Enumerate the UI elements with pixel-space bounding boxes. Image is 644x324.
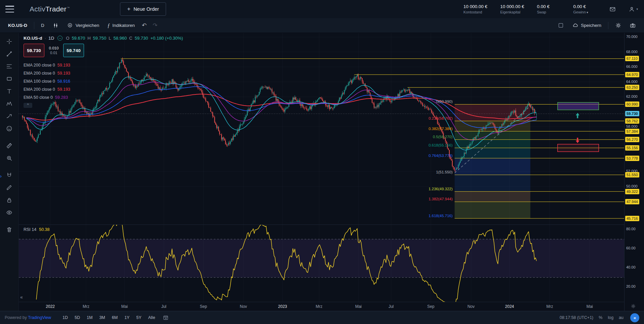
level-price-label: 67.110: [625, 56, 639, 61]
price-tick: 68.000: [626, 50, 638, 54]
rsi-label[interactable]: RSI 14: [24, 227, 36, 232]
compare-plus-icon: [67, 22, 73, 29]
spread-value: 0.010: [49, 46, 59, 50]
rsi-tick: 20.00: [626, 284, 636, 288]
spread-display: 0.010 0.01: [44, 44, 63, 57]
chart-legend: KO.US-d · 1D – O59.670 H59.750 L58.960 C…: [24, 36, 183, 108]
account-stats: 10 000.00 €Kontostand10 000.00 €Eigenkap…: [464, 4, 597, 14]
layout-select-icon[interactable]: [558, 22, 564, 29]
indicator-row[interactable]: EMA 200 close 059.193: [24, 69, 183, 77]
account-stat-eigenkapital: 10 000.00 €Eigenkapital: [500, 4, 524, 14]
chart-settings-button[interactable]: [612, 20, 625, 31]
legend-collapse-button[interactable]: ^: [24, 103, 32, 108]
redo-button[interactable]: ↷: [150, 20, 160, 31]
range-alle[interactable]: Alle: [146, 314, 158, 322]
legend-symbol[interactable]: KO.US-d: [24, 36, 42, 41]
tool-text-icon[interactable]: [3, 85, 15, 97]
symbol-button[interactable]: KO.US-D: [5, 20, 31, 31]
indicator-row[interactable]: EMA 200 close 059.193: [24, 85, 183, 93]
panel-open-chevron-icon[interactable]: ›: [0, 173, 2, 179]
axis-settings-gear-icon[interactable]: [631, 303, 636, 309]
chart-type-button[interactable]: [49, 20, 62, 31]
tool-lock-icon[interactable]: [3, 194, 15, 206]
user-menu[interactable]: ▾: [629, 6, 638, 12]
tool-zoom-icon[interactable]: [3, 152, 15, 164]
mail-icon[interactable]: [609, 6, 616, 12]
chart-area[interactable]: KO.US-d · 1D – O59.670 H59.750 L58.960 C…: [19, 33, 644, 311]
indicator-row[interactable]: EMA 50 close 059.283: [24, 93, 183, 102]
chart-toolbar: KO.US-D D Vergleichen ƒ Indikatoren ↶ ↷ …: [0, 18, 644, 33]
undo-button[interactable]: ↶: [139, 20, 149, 31]
time-label: Sep: [195, 304, 211, 309]
range-1d[interactable]: 1D: [60, 314, 71, 322]
log-scale-button[interactable]: log: [608, 315, 613, 320]
level-price-label: 60.990: [625, 102, 639, 107]
tool-xabcd-pattern-icon[interactable]: [3, 98, 15, 109]
stat-value: 0.00 €: [573, 4, 597, 9]
indicator-value: 58.916: [57, 79, 70, 84]
tool-shapes-icon[interactable]: [3, 73, 15, 84]
save-label: Speichern: [581, 23, 601, 28]
price-axis[interactable]: 70.00068.00066.00064.00062.00058.00052.0…: [624, 33, 644, 311]
tradingview-link[interactable]: TradingView: [28, 315, 51, 320]
compare-button[interactable]: Vergleichen: [64, 20, 103, 31]
rsi-tick: 60.00: [626, 246, 636, 250]
range-3m[interactable]: 3M: [96, 314, 108, 322]
tool-trash-icon[interactable]: [3, 224, 15, 235]
level-price-label: 63.250: [625, 85, 639, 90]
buy-button[interactable]: 59.740: [63, 44, 84, 57]
indicator-value: 59.193: [57, 87, 70, 92]
tool-edit-icon[interactable]: [3, 182, 15, 193]
range-5y[interactable]: 5Y: [133, 314, 144, 322]
rsi-pane[interactable]: [19, 225, 624, 302]
logo-tm: ™: [67, 6, 70, 9]
top-bar: ActivTrader™ + Neue Order 10 000.00 €Kon…: [0, 0, 644, 18]
tool-forecast-icon[interactable]: [3, 110, 15, 122]
toolbar-collapse-icon[interactable]: «: [20, 294, 23, 300]
tool-emoji-icon[interactable]: [3, 123, 15, 134]
legend-interval[interactable]: 1D: [48, 36, 54, 41]
auto-scale-button[interactable]: au: [619, 315, 623, 320]
chevron-down-icon: ▾: [586, 11, 588, 14]
price-tick: 62.000: [626, 94, 638, 98]
fib-level-label: 0.5(56.270): [399, 135, 453, 139]
interval-button[interactable]: D: [38, 20, 48, 31]
fib-level-label: 0(60.990): [399, 99, 453, 104]
tool-fib-retracement-icon[interactable]: [3, 60, 15, 72]
indicator-label: EMA 100 close 0: [24, 79, 55, 84]
stat-value: 0.00 €: [537, 4, 560, 9]
indicators-button[interactable]: ƒ Indikatoren: [104, 20, 138, 31]
current-price-label: 59.730: [625, 111, 639, 116]
indicator-value: 59.283: [55, 95, 68, 100]
tool-crosshair-icon[interactable]: [3, 36, 15, 47]
stat-value: 10 000.00 €: [464, 4, 487, 9]
indicator-row[interactable]: EMA 200 close 059.193: [24, 61, 183, 69]
tool-magnet-icon[interactable]: [3, 169, 15, 181]
close-label: C: [129, 36, 132, 41]
menu-icon[interactable]: [5, 6, 14, 12]
range-1m[interactable]: 1M: [84, 314, 95, 322]
stat-label: Gewinn ▾: [573, 10, 597, 14]
tool-trend-line-icon[interactable]: [3, 48, 15, 59]
percent-scale-button[interactable]: %: [599, 315, 602, 320]
range-1y[interactable]: 1Y: [122, 314, 132, 322]
drawing-toolbar: [0, 33, 19, 311]
user-avatar-icon: [629, 6, 635, 12]
low-label: L: [109, 36, 111, 41]
indicator-row[interactable]: EMA 100 close 058.916: [24, 77, 183, 85]
screenshot-button[interactable]: [626, 20, 639, 31]
save-button[interactable]: Speichern: [569, 20, 605, 31]
legend-separator: ·: [45, 36, 46, 41]
chat-bubble-icon[interactable]: «: [630, 313, 639, 322]
new-order-button[interactable]: + Neue Order: [120, 2, 166, 16]
tool-eye-icon[interactable]: [3, 207, 15, 218]
time-label: 2022: [42, 304, 58, 309]
time-axis[interactable]: 2022MrzMaiJulSepNov2023MrzMaiJulSepNov20…: [19, 302, 624, 311]
sell-button[interactable]: 59.730: [24, 44, 44, 57]
series-collapse-icon[interactable]: –: [57, 36, 63, 41]
range-5d[interactable]: 5D: [72, 314, 83, 322]
range-6m[interactable]: 6M: [109, 314, 120, 322]
tool-ruler-icon[interactable]: [3, 140, 15, 151]
goto-date-icon[interactable]: [163, 315, 169, 321]
account-stat-gewinn[interactable]: 0.00 €Gewinn ▾: [573, 4, 597, 14]
